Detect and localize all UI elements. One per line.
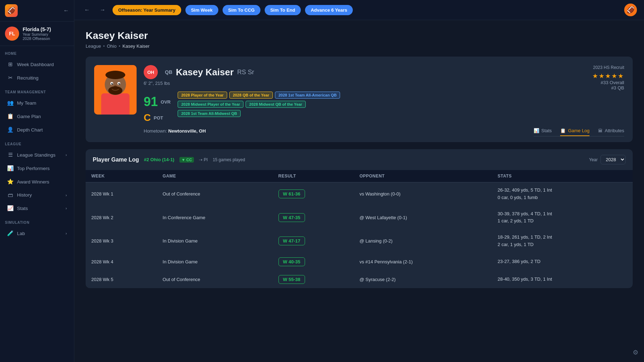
chart-icon: 📊	[7, 165, 13, 171]
school-badge: OH	[144, 65, 158, 79]
sidebar-item-stats[interactable]: 📈 Stats ›	[2, 202, 72, 215]
badges-row-3: 2028 1st Team All-Midwest QB	[178, 110, 340, 117]
sidebar-item-game-plan[interactable]: 📋 Game Plan	[2, 110, 72, 123]
team-season: 2028 Offseason	[23, 36, 51, 41]
team-name: Florida (5-7)	[23, 27, 51, 32]
sidebar-item-depth-chart[interactable]: 👤 Depth Chart	[2, 123, 72, 136]
sidebar-label-top-performers: Top Performers	[17, 166, 50, 171]
football-icon-right: 🏈	[624, 4, 637, 16]
sidebar-label-game-plan: Game Plan	[17, 114, 41, 119]
cell-game: Out of Conference	[157, 270, 273, 288]
sidebar-item-award-winners[interactable]: ⭐ Award Winners	[2, 175, 72, 188]
recruit-overall-rank: #33 Overall	[568, 80, 624, 85]
cell-opponent: vs Washington (0-0)	[354, 182, 492, 206]
sidebar-item-history[interactable]: 🗃 History ›	[2, 189, 72, 201]
badge-midwest-player: 2028 Midwest Player of the Year	[178, 101, 243, 108]
cell-week: 2028 Wk 3	[86, 229, 157, 253]
result-badge: W 47-17	[278, 237, 305, 245]
cell-result: W 47-17	[273, 229, 354, 253]
sidebar-item-week-dashboard[interactable]: ⊞ Week Dashboard	[2, 58, 72, 71]
pot-letter: C	[144, 112, 151, 123]
tab-game-log[interactable]: 📋 Game Log	[560, 128, 590, 136]
sidebar: 🏈 ← FL Florida (5-7) Year Summary 2028 O…	[0, 0, 74, 362]
cell-week: 2028 Wk 1	[86, 182, 157, 206]
app-logo: 🏈	[5, 4, 18, 17]
sidebar-item-league-standings[interactable]: ☰ League Standings ›	[2, 148, 72, 161]
game-log-card: Player Game Log #2 Ohio (14-1) ▼ CC ⇢ PI…	[86, 149, 633, 288]
sim-ccg-button[interactable]: Sim To CCG	[223, 5, 260, 15]
player-card: OH QB Kasey Kaiser RS Sr 6' 2", 215 lbs …	[86, 57, 633, 142]
sidebar-label-my-team: My Team	[17, 100, 36, 106]
ovr-number: 91	[144, 94, 158, 109]
sidebar-label-stats: Stats	[17, 206, 28, 211]
breadcrumb-dot-2: •	[119, 43, 120, 49]
ovr-label: OVR	[161, 99, 171, 105]
sidebar-item-recruiting[interactable]: ✂ Recruiting	[2, 71, 72, 84]
badge-qb-of-year: 2028 QB of the Year	[229, 92, 273, 99]
sidebar-label-week-dashboard: Week Dashboard	[17, 62, 54, 67]
breadcrumb-league[interactable]: League	[86, 43, 101, 49]
main-area: ← → Offseason: Year Summary Sim Week Sim…	[74, 0, 644, 362]
col-opponent: Opponent	[354, 170, 492, 182]
sidebar-label-league-standings: League Standings	[17, 152, 56, 158]
badge-player-of-year: 2028 Player of the Year	[178, 92, 227, 99]
player-name-row: OH QB Kasey Kaiser RS Sr	[144, 65, 560, 79]
settings-button[interactable]: ⚙	[633, 349, 638, 356]
hometown-value: Newtonsville, OH	[168, 128, 206, 134]
sim-end-button[interactable]: Sim To End	[265, 5, 301, 15]
col-week: Week	[86, 170, 157, 182]
breadcrumb-ohio[interactable]: Ohio	[107, 43, 116, 49]
year-select[interactable]: 2028	[600, 155, 626, 164]
game-log-header: Player Game Log #2 Ohio (14-1) ▼ CC ⇢ PI…	[86, 149, 633, 170]
people-icon: 👥	[7, 100, 13, 106]
recruit-pos-rank: #3 QB	[568, 85, 624, 90]
content-area: Kasey Kaiser League • Ohio • Kasey Kaise…	[74, 20, 644, 362]
sidebar-item-my-team[interactable]: 👥 My Team	[2, 97, 72, 109]
svg-point-7	[119, 83, 120, 85]
back-button[interactable]: ←	[81, 5, 93, 14]
cell-opponent: vs #14 Pennsylvania (2-1)	[354, 253, 492, 270]
star-icon: ⭐	[7, 179, 13, 185]
advance-button[interactable]: Advance 6 Years	[305, 5, 353, 15]
sidebar-collapse-button[interactable]: ←	[63, 7, 69, 14]
archive-icon: 🗃	[7, 192, 13, 198]
sim-week-button[interactable]: Sim Week	[185, 5, 218, 15]
cell-game: In Division Game	[157, 229, 273, 253]
game-log-tab-label: Game Log	[568, 128, 590, 133]
result-badge: W 47-35	[278, 213, 305, 222]
game-log-title: Player Game Log	[93, 157, 139, 163]
sidebar-item-top-performers[interactable]: 📊 Top Performers	[2, 162, 72, 175]
team-summary: Year Summary	[23, 32, 51, 36]
sidebar-label-recruiting: Recruiting	[17, 75, 39, 81]
ovr-block: 91 OVR C POT	[144, 91, 171, 123]
player-info: OH QB Kasey Kaiser RS Sr 6' 2", 215 lbs …	[144, 65, 560, 134]
tab-stats[interactable]: 📊 Stats	[534, 128, 552, 136]
offseason-button[interactable]: Offseason: Year Summary	[113, 5, 181, 15]
cell-game: In Division Game	[157, 253, 273, 270]
player-class: RS Sr	[237, 69, 254, 76]
player-card-right: 2023 HS Recruit ★★★★★ #33 Overall #3 QB	[568, 65, 624, 90]
cell-opponent: @ Lansing (0-2)	[354, 229, 492, 253]
hometown-label: Hometown:	[144, 128, 167, 134]
cell-opponent: @ West Lafayette (0-1)	[354, 206, 492, 229]
cell-result: W 55-38	[273, 270, 354, 288]
badges-row-1: 2028 Player of the Year 2028 QB of the Y…	[178, 92, 340, 99]
year-label: Year	[589, 157, 598, 162]
breadcrumb: League • Ohio • Kasey Kaiser	[86, 43, 633, 49]
result-badge: W 61-36	[278, 189, 305, 198]
result-badge: W 40-35	[278, 257, 305, 266]
forward-button[interactable]: →	[97, 5, 108, 14]
tab-attributes[interactable]: 🏛 Attributes	[598, 128, 624, 136]
pi-badge: ⇢ PI	[199, 157, 208, 162]
team-block[interactable]: FL Florida (5-7) Year Summary 2028 Offse…	[0, 22, 74, 46]
sidebar-item-lab[interactable]: 🧪 Lab ›	[2, 227, 72, 240]
person-icon: 👤	[7, 127, 13, 133]
layers-icon: ☰	[7, 152, 13, 158]
table-row: 2028 Wk 4 In Division Game W 40-35 vs #1…	[86, 253, 633, 270]
stats-tab-icon: 📊	[534, 128, 539, 133]
page-title: Kasey Kaiser	[86, 30, 633, 41]
stats-icon: 📈	[7, 205, 13, 211]
breadcrumb-player: Kasey Kaiser	[122, 43, 150, 49]
player-tabs: 📊 Stats 📋 Game Log 🏛 Attributes	[534, 128, 624, 136]
team-info: Florida (5-7) Year Summary 2028 Offseaso…	[23, 27, 51, 41]
